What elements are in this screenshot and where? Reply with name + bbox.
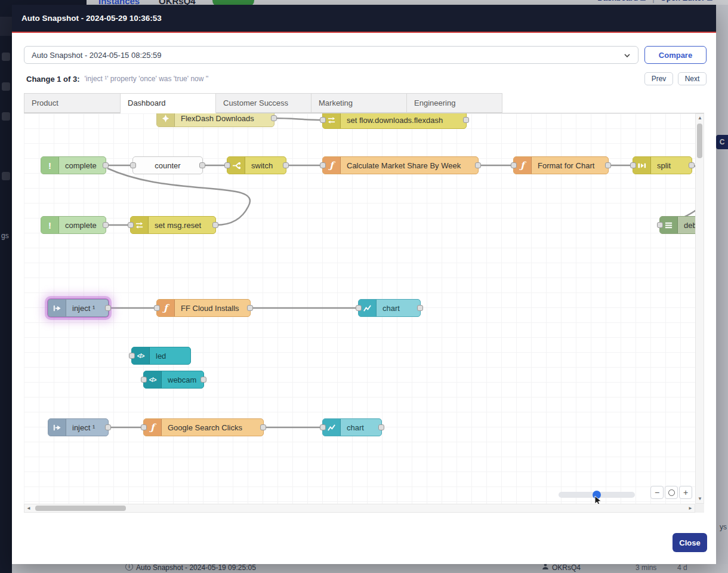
horizontal-scrollbar[interactable]: ◄ ►: [24, 504, 695, 513]
compare-button[interactable]: Compare: [644, 46, 707, 64]
node-switch[interactable]: switch: [227, 156, 286, 174]
inject-icon: [48, 300, 66, 316]
output-port: [105, 424, 111, 430]
next-button[interactable]: Next: [678, 72, 707, 85]
input-port: [356, 305, 362, 311]
node-set-msg-reset[interactable]: set msg.reset: [130, 216, 216, 234]
flow-tabs: Product Dashboard Customer Success Marke…: [24, 93, 704, 113]
scroll-up-icon[interactable]: ▲: [698, 116, 702, 121]
output-port: [247, 305, 253, 311]
tab-dashboard[interactable]: Dashboard: [121, 93, 216, 113]
input-port: [630, 162, 636, 168]
node-label: inject ¹: [66, 423, 101, 432]
output-port: [463, 117, 469, 123]
output-port: [103, 222, 109, 228]
node-label: led: [150, 352, 172, 361]
node-label: split: [651, 161, 677, 170]
tab-marketing[interactable]: Marketing: [311, 93, 407, 113]
chevron-down-icon: [624, 52, 631, 61]
snapshot-select-value: Auto Snapshot - 2024-05-15 08:25:59: [32, 51, 162, 60]
input-port: [320, 424, 326, 430]
prev-button[interactable]: Prev: [644, 72, 673, 85]
scrollbar-corner: [695, 504, 704, 513]
output-port: [260, 424, 266, 430]
node-counter[interactable]: counter: [132, 156, 203, 174]
output-port: [200, 377, 206, 383]
node-debug[interactable]: debug: [659, 216, 695, 234]
input-port: [224, 162, 230, 168]
node-complete[interactable]: ! complete: [41, 156, 106, 174]
output-port: [417, 305, 423, 311]
node-label: set msg.reset: [149, 221, 207, 230]
star-icon: [157, 113, 175, 127]
flow-canvas[interactable]: FlexDash Downloads set flow.downloads.fl…: [24, 113, 695, 504]
node-label: counter: [133, 161, 202, 170]
node-label: Google Search Clicks: [162, 423, 248, 432]
tab-product[interactable]: Product: [24, 93, 121, 113]
mouse-cursor: [593, 495, 603, 504]
node-flexdash-downloads[interactable]: FlexDash Downloads: [156, 113, 274, 127]
output-port: [605, 162, 611, 168]
node-label: set flow.downloads.flexdash: [341, 116, 449, 125]
zoom-reset-icon: [668, 489, 675, 496]
dialog-header: Auto Snapshot - 2024-05-29 10:36:53: [12, 5, 716, 33]
vertical-scrollbar[interactable]: ▲ ▼: [695, 113, 704, 504]
exclamation-icon: !: [41, 217, 59, 233]
node-google-search-clicks[interactable]: ƒ Google Search Clicks: [143, 418, 264, 436]
scroll-left-icon[interactable]: ◄: [26, 506, 31, 511]
input-port: [129, 353, 135, 359]
dialog-footer: Close: [12, 512, 716, 564]
input-port: [128, 222, 134, 228]
tab-customer-success[interactable]: Customer Success: [216, 93, 311, 113]
horizontal-scroll-thumb[interactable]: [35, 506, 126, 511]
node-inject-selected[interactable]: inject ¹: [48, 299, 109, 317]
node-label: debug: [678, 221, 695, 230]
output-port: [283, 162, 289, 168]
node-complete[interactable]: ! complete: [41, 216, 106, 234]
change-counter-label: Change 1 of 3:: [26, 75, 80, 84]
input-port: [130, 162, 136, 168]
inject-icon: [48, 419, 66, 436]
node-label: switch: [245, 161, 279, 170]
node-label: inject ¹: [66, 304, 101, 313]
zoom-out-button[interactable]: −: [650, 486, 664, 499]
input-port: [154, 305, 160, 311]
input-port: [141, 377, 147, 383]
output-port: [212, 222, 218, 228]
scroll-down-icon[interactable]: ▼: [698, 497, 702, 501]
node-led[interactable]: </> led: [131, 347, 191, 365]
vertical-scroll-thumb[interactable]: [697, 124, 702, 158]
node-label: webcam: [162, 375, 202, 384]
scroll-right-icon[interactable]: ►: [688, 506, 693, 511]
tab-engineering[interactable]: Engineering: [407, 93, 502, 113]
node-chart[interactable]: chart: [358, 299, 421, 317]
node-label: complete: [59, 161, 103, 170]
output-port: [271, 115, 277, 121]
output-port: [475, 162, 481, 168]
node-calculate-market-share[interactable]: ƒ Calculate Market Share By Week: [322, 156, 479, 174]
input-port: [320, 162, 326, 168]
node-chart[interactable]: chart: [322, 418, 382, 436]
node-label: chart: [377, 304, 406, 313]
zoom-in-button[interactable]: +: [679, 486, 692, 499]
output-port: [103, 162, 109, 168]
node-label: Format for Chart: [532, 161, 600, 170]
node-set-flow-downloads[interactable]: set flow.downloads.flexdash: [322, 113, 467, 129]
zoom-reset-button[interactable]: [665, 486, 678, 499]
output-port: [199, 162, 205, 168]
wire: [274, 118, 322, 120]
node-webcam[interactable]: </> webcam: [143, 371, 204, 389]
node-label: FF Cloud Installs: [175, 304, 245, 313]
output-port: [378, 424, 384, 430]
change-detail: 'inject ¹' property 'once' was 'true' no…: [85, 75, 209, 83]
snapshot-select[interactable]: Auto Snapshot - 2024-05-15 08:25:59: [24, 46, 638, 64]
node-inject[interactable]: inject ¹: [48, 418, 109, 436]
node-format-for-chart[interactable]: ƒ Format for Chart: [513, 156, 609, 174]
node-split[interactable]: split: [633, 156, 692, 174]
snapshot-dialog: Auto Snapshot - 2024-05-29 10:36:53 Auto…: [12, 5, 716, 564]
node-label: Calculate Market Share By Week: [341, 161, 467, 170]
close-button[interactable]: Close: [673, 533, 707, 552]
node-ff-cloud-installs[interactable]: ƒ FF Cloud Installs: [156, 299, 251, 317]
input-port: [141, 424, 147, 430]
input-port: [511, 162, 517, 168]
